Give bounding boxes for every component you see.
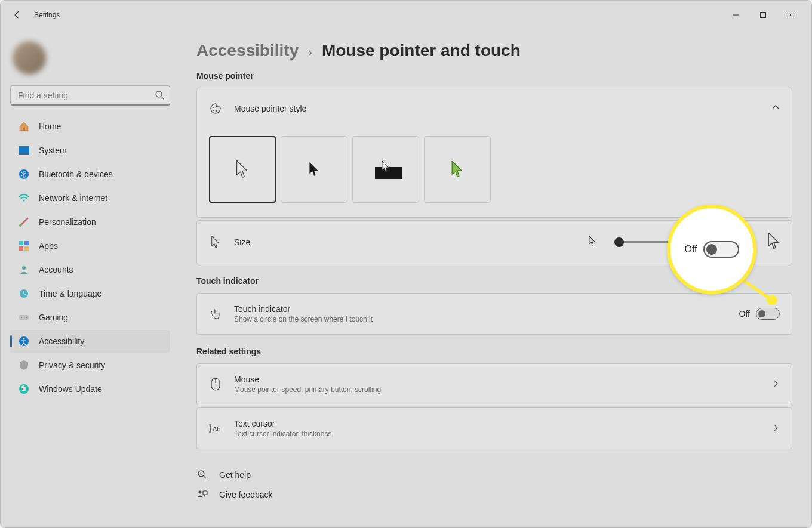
cursor-small-icon (589, 236, 596, 248)
sidebar-item-label: Time & language (39, 289, 102, 298)
pointer-style-inverted[interactable] (352, 136, 419, 203)
svg-rect-25 (375, 167, 402, 179)
svg-rect-5 (19, 146, 29, 153)
get-help-link[interactable]: ? Get help (196, 465, 792, 485)
home-icon (19, 121, 29, 132)
section-related: Related settings (196, 347, 792, 356)
search-input[interactable] (10, 85, 170, 106)
brush-icon (19, 217, 29, 227)
sidebar-item-label: Personalization (39, 217, 96, 227)
avatar (13, 41, 46, 75)
sidebar-item-system[interactable]: System (10, 139, 170, 162)
row-title: Touch indicator (234, 304, 373, 314)
row-subtitle: Show a circle on the screen where I touc… (234, 315, 373, 323)
pointer-style-black[interactable] (281, 136, 347, 203)
close-button[interactable] (777, 6, 804, 24)
link-label: Give feedback (219, 490, 273, 499)
chevron-right-icon: › (308, 45, 312, 59)
related-mouse-row[interactable]: Mouse Mouse pointer speed, primary butto… (197, 364, 792, 405)
text-cursor-icon: Ab (209, 424, 222, 433)
sidebar-item-time[interactable]: Time & language (10, 282, 170, 305)
svg-rect-11 (24, 241, 29, 245)
sidebar-item-gaming[interactable]: Gaming (10, 306, 170, 329)
pointer-style-white[interactable] (209, 136, 276, 203)
svg-point-8 (23, 200, 25, 202)
row-title: Text cursor (234, 419, 331, 428)
minimize-button[interactable] (722, 6, 749, 24)
svg-rect-1 (761, 13, 766, 18)
bluetooth-icon (19, 169, 29, 180)
breadcrumb-parent[interactable]: Accessibility (196, 41, 299, 60)
clock-icon (19, 288, 29, 299)
breadcrumb: Accessibility › Mouse pointer and touch (196, 41, 792, 60)
update-icon (19, 384, 29, 394)
svg-point-2 (156, 91, 162, 97)
highlight-callout: Off (667, 205, 756, 294)
svg-line-37 (741, 279, 772, 300)
callout-toggle[interactable]: Off (684, 241, 739, 258)
sidebar-item-label: Accessibility (39, 336, 84, 346)
chevron-right-icon (773, 423, 780, 434)
row-title: Size (234, 237, 250, 247)
row-title: Mouse pointer style (234, 104, 306, 113)
svg-rect-36 (203, 491, 207, 495)
sidebar-item-label: System (39, 146, 67, 155)
svg-line-3 (161, 97, 164, 99)
page-title: Mouse pointer and touch (322, 41, 521, 60)
svg-point-14 (22, 266, 26, 270)
svg-point-22 (213, 107, 214, 108)
related-text-cursor-row[interactable]: Ab Text cursor Text cursor indicator, th… (197, 408, 792, 449)
accounts-icon (19, 264, 29, 275)
cursor-large-icon (768, 233, 780, 252)
svg-rect-10 (19, 241, 23, 245)
pointer-style-custom[interactable] (424, 136, 491, 203)
svg-line-33 (204, 476, 206, 478)
sidebar-item-apps[interactable]: Apps (10, 234, 170, 257)
maximize-button[interactable] (749, 6, 777, 24)
row-subtitle: Text cursor indicator, thickness (234, 430, 331, 438)
sidebar-item-network[interactable]: Network & internet (10, 187, 170, 209)
callout-connector (737, 275, 779, 323)
svg-point-38 (767, 295, 777, 305)
svg-point-35 (199, 491, 202, 494)
sidebar-item-privacy[interactable]: Privacy & security (10, 354, 170, 376)
shield-icon (19, 360, 29, 370)
sidebar-item-accessibility[interactable]: Accessibility (10, 330, 170, 353)
sidebar-item-personalization[interactable]: Personalization (10, 211, 170, 233)
system-icon (19, 145, 29, 156)
sidebar-item-home[interactable]: Home (10, 115, 170, 138)
row-title: Mouse (234, 375, 381, 384)
svg-point-23 (213, 110, 214, 111)
link-label: Get help (219, 470, 251, 480)
give-feedback-link[interactable]: Give feedback (196, 485, 792, 504)
section-mouse-pointer: Mouse pointer (196, 71, 792, 81)
mouse-pointer-style-row[interactable]: Mouse pointer style (197, 88, 792, 129)
mouse-icon (209, 378, 222, 391)
sidebar-item-label: Bluetooth & devices (39, 169, 113, 179)
touch-icon (209, 308, 222, 320)
svg-text:Ab: Ab (213, 425, 220, 433)
sidebar-item-label: Network & internet (39, 193, 107, 203)
sidebar-item-label: Home (39, 122, 61, 131)
help-icon: ? (196, 470, 208, 480)
back-button[interactable] (8, 5, 27, 24)
svg-point-9 (19, 224, 21, 227)
search-box[interactable] (10, 85, 170, 106)
sidebar-item-update[interactable]: Windows Update (10, 378, 170, 400)
svg-point-24 (216, 110, 217, 112)
chevron-right-icon (773, 379, 780, 390)
sidebar-item-bluetooth[interactable]: Bluetooth & devices (10, 163, 170, 186)
user-block[interactable] (1, 34, 180, 82)
palette-icon (209, 103, 222, 115)
search-icon (155, 90, 164, 102)
cursor-icon (209, 236, 222, 248)
gaming-icon (19, 312, 29, 323)
svg-rect-16 (19, 315, 29, 320)
svg-text:?: ? (200, 471, 203, 477)
sidebar-item-label: Windows Update (39, 384, 102, 394)
wifi-icon (19, 193, 29, 203)
row-subtitle: Mouse pointer speed, primary button, scr… (234, 385, 381, 394)
sidebar-item-accounts[interactable]: Accounts (10, 258, 170, 281)
svg-rect-13 (24, 246, 29, 251)
sidebar-item-label: Accounts (39, 265, 73, 274)
